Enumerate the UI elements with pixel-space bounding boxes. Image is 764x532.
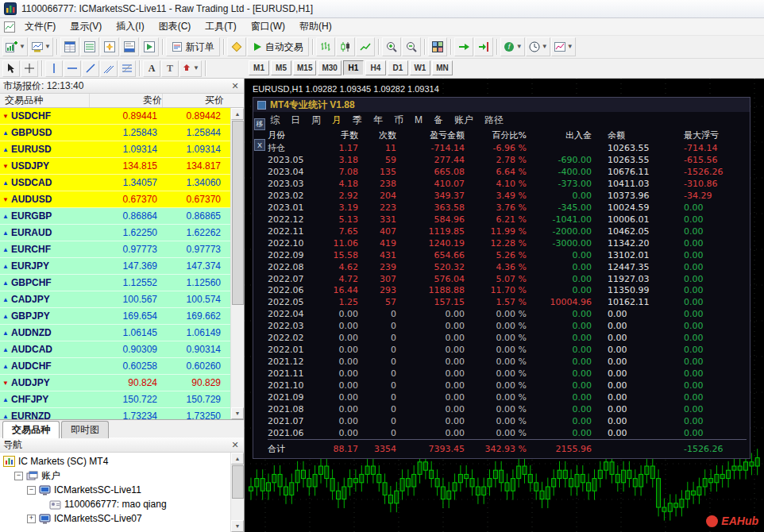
stats-tab-年[interactable]: 年	[368, 114, 388, 127]
market-watch-row[interactable]: ▲GBPCHF1.125521.12560	[0, 275, 230, 291]
menu-item[interactable]: 插入(I)	[109, 18, 151, 35]
scroll-down-icon[interactable]: ▼	[231, 407, 244, 419]
stats-tab-M[interactable]: M	[409, 114, 428, 125]
market-watch-row[interactable]: ▲EURJPY147.369147.374	[0, 258, 230, 275]
navigator-item-server-live07[interactable]: + ICMarketsSC-Live07	[0, 511, 230, 526]
market-watch-row[interactable]: ▲EURCHF0.977730.97773	[0, 241, 230, 258]
market-watch-scrollbar[interactable]: ▲ ▼	[230, 108, 244, 419]
close-icon[interactable]: ✕	[230, 440, 241, 450]
crosshair-tool-button[interactable]	[21, 60, 38, 77]
fibonacci-tool-button[interactable]	[118, 60, 136, 77]
trendline-tool-button[interactable]	[82, 60, 99, 77]
stats-tab-备[interactable]: 备	[428, 114, 449, 127]
text-label-tool-button[interactable]: T	[161, 60, 179, 77]
menu-item[interactable]: 显示(V)	[63, 18, 109, 35]
market-watch-row[interactable]: ▲EURUSD1.093141.09314	[0, 141, 230, 158]
collapse-icon[interactable]: −	[14, 472, 23, 480]
menu-item[interactable]: 窗口(W)	[244, 18, 292, 35]
candlestick-chart-button[interactable]	[336, 37, 355, 56]
chart-area[interactable]: EURUSD,H1 1.09282 1.09345 1.09282 1.0931…	[245, 79, 764, 532]
channel-tool-button[interactable]	[100, 60, 118, 77]
stats-tab-周[interactable]: 周	[306, 114, 326, 127]
autotrading-button[interactable]: 自动交易	[247, 37, 309, 56]
market-watch-row[interactable]: ▲AUDNZD1.061451.06149	[0, 325, 230, 341]
tile-windows-button[interactable]	[428, 37, 447, 56]
navigator-item-account[interactable]: 1100066777: mao qiang	[0, 497, 230, 511]
horizontal-line-tool-button[interactable]	[64, 60, 81, 77]
timeframe-mn[interactable]: MN	[432, 60, 453, 75]
market-watch-row[interactable]: ▼AUDUSD0.673700.67370	[0, 191, 230, 208]
timeframe-h4[interactable]: H4	[365, 60, 386, 75]
stats-tab-月[interactable]: 月	[326, 114, 347, 127]
menu-item[interactable]: 文件(F)	[17, 18, 63, 35]
timeframe-d1[interactable]: D1	[388, 60, 408, 75]
navigator-scrollbar[interactable]: ▲ ▼	[230, 453, 244, 532]
market-watch-row[interactable]: ▲GBPUSD1.258431.25844	[0, 125, 230, 141]
menu-item[interactable]: 工具(T)	[198, 18, 243, 35]
column-header-ask[interactable]: 买价	[162, 94, 227, 107]
text-tool-button[interactable]: A	[143, 60, 160, 77]
chart-shift-button[interactable]	[474, 37, 493, 56]
scrollbar-thumb[interactable]	[232, 121, 244, 305]
stats-tab-路径[interactable]: 路径	[479, 114, 509, 127]
stats-panel[interactable]: MT4专业统计 V1.88 综日周月季年币M备账户路径 移 X 月份手数次数盈亏…	[253, 97, 750, 459]
close-icon[interactable]: ✕	[230, 81, 241, 91]
profiles-button[interactable]: ▼	[29, 37, 53, 56]
navigator-item-accounts[interactable]: − 账户	[0, 468, 230, 483]
strategy-tester-button[interactable]	[140, 37, 159, 56]
timeframe-m5[interactable]: M5	[271, 60, 291, 75]
navigator-button[interactable]	[100, 37, 119, 56]
data-window-button[interactable]	[80, 37, 99, 56]
auto-scroll-button[interactable]	[454, 37, 473, 56]
scroll-up-icon[interactable]: ▲	[231, 453, 244, 465]
metaeditor-button[interactable]	[227, 37, 246, 56]
market-watch-row[interactable]: ▼USDCHF0.894410.89442	[0, 108, 230, 125]
stats-tab-账户[interactable]: 账户	[449, 114, 479, 127]
timeframe-m30[interactable]: M30	[318, 60, 341, 75]
stats-move-button[interactable]: 移	[254, 118, 265, 130]
zoom-out-button[interactable]	[402, 37, 421, 56]
market-watch-row[interactable]: ▲EURGBP0.868640.86865	[0, 208, 230, 225]
line-chart-button[interactable]	[356, 37, 375, 56]
navigator-root-item[interactable]: IC Markets (SC) MT4	[0, 454, 230, 468]
market-watch-row[interactable]: ▲CHFJPY150.722150.729	[0, 391, 230, 408]
bar-chart-button[interactable]	[316, 37, 335, 56]
expand-icon[interactable]: +	[27, 515, 36, 523]
column-header-bid[interactable]: 卖价	[89, 94, 162, 107]
tab-symbols[interactable]: 交易品种	[2, 421, 60, 438]
scrollbar-thumb[interactable]	[232, 465, 244, 499]
market-watch-row[interactable]: ▼USDJPY134.815134.817	[0, 158, 230, 175]
market-watch-row[interactable]: ▲EURAUD1.622501.62262	[0, 225, 230, 241]
scroll-up-icon[interactable]: ▲	[231, 108, 244, 120]
vertical-line-tool-button[interactable]	[45, 60, 63, 77]
market-watch-row[interactable]: ▲CADJPY100.567100.574	[0, 291, 230, 308]
timeframe-w1[interactable]: W1	[410, 60, 430, 75]
stats-tab-综[interactable]: 综	[264, 114, 285, 127]
menu-item[interactable]: 帮助(H)	[292, 18, 339, 35]
market-watch-row[interactable]: ▼AUDJPY90.82490.829	[0, 375, 230, 391]
terminal-button[interactable]	[120, 37, 139, 56]
market-watch-row[interactable]: ▲EURNZD1.732341.73250	[0, 408, 230, 419]
new-chart-button[interactable]: ▼	[2, 37, 28, 56]
timeframe-m1[interactable]: M1	[249, 60, 269, 75]
market-watch-button[interactable]	[60, 37, 79, 56]
scroll-down-icon[interactable]: ▼	[231, 520, 244, 532]
market-watch-row[interactable]: ▲AUDCHF0.602580.60260	[0, 358, 230, 375]
market-watch-row[interactable]: ▲AUDCAD0.903090.90314	[0, 341, 230, 358]
stats-tab-季[interactable]: 季	[347, 114, 368, 127]
cursor-tool-button[interactable]	[2, 60, 20, 77]
tab-tick-chart[interactable]: 即时图	[61, 421, 109, 438]
arrows-tool-button[interactable]: ▼	[179, 60, 202, 77]
market-watch-row[interactable]: ▲USDCAD1.340571.34060	[0, 175, 230, 191]
market-watch-row[interactable]: ▲GBPJPY169.654169.662	[0, 308, 230, 325]
chart-window-icon[interactable]	[4, 21, 15, 33]
periods-button[interactable]: ▼	[526, 37, 550, 56]
templates-button[interactable]: ▼	[551, 37, 576, 56]
timeframe-m15[interactable]: M15	[293, 60, 316, 75]
stats-tab-币[interactable]: 币	[388, 114, 409, 127]
collapse-icon[interactable]: −	[27, 486, 36, 495]
column-header-symbol[interactable]: 交易品种	[0, 94, 89, 107]
timeframe-h1[interactable]: H1	[343, 60, 364, 75]
stats-tab-日[interactable]: 日	[285, 114, 306, 127]
indicators-button[interactable]: f ▼	[500, 37, 525, 56]
